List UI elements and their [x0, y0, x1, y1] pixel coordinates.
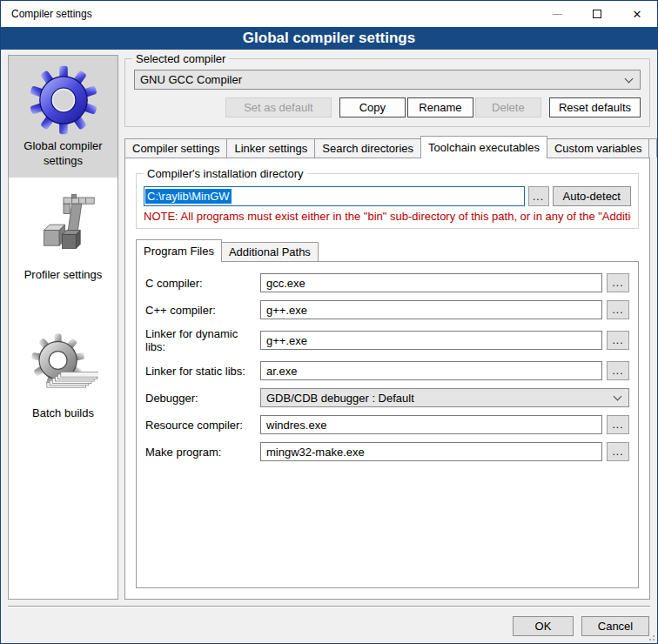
copy-button[interactable]: Copy	[339, 97, 406, 117]
debugger-label: Debugger:	[145, 392, 260, 405]
close-icon: ✕	[633, 8, 642, 21]
caliper-icon	[29, 194, 98, 264]
installation-directory-input[interactable]: C:\raylib\MinGW	[144, 186, 525, 206]
close-button[interactable]: ✕	[617, 1, 657, 27]
minimize-icon	[553, 14, 562, 15]
cpp-compiler-browse-button[interactable]: ...	[607, 300, 629, 319]
linker-static-browse-button[interactable]: ...	[607, 361, 629, 380]
field-row-debugger: Debugger: GDB/CDB debugger : Default	[145, 388, 629, 407]
resource-compiler-input[interactable]: windres.exe	[260, 415, 602, 434]
resource-compiler-label: Resource compiler:	[145, 419, 260, 432]
program-files-tab-bar: Program Files Additional Paths	[136, 239, 639, 261]
minimize-button[interactable]	[537, 1, 577, 27]
field-row-resource-compiler: Resource compiler: windres.exe ...	[145, 415, 629, 434]
cpp-compiler-label: C++ compiler:	[145, 304, 260, 317]
reset-defaults-button[interactable]: Reset defaults	[549, 97, 641, 117]
installation-directory-group: Compiler's installation directory C:\ray…	[136, 173, 639, 229]
settings-sidebar: Global compiler settings	[8, 55, 118, 600]
c-compiler-label: C compiler:	[145, 277, 260, 290]
linker-dynamic-browse-button[interactable]: ...	[607, 331, 629, 350]
gray-gear-stack-icon	[29, 332, 98, 402]
set-as-default-button: Set as default	[225, 97, 332, 117]
selected-compiler-group: Selected compiler GNU GCC Compiler Set a…	[124, 58, 650, 127]
toolchain-executables-panel: Compiler's installation directory C:\ray…	[124, 158, 650, 600]
maximize-icon	[593, 10, 601, 18]
delete-button: Delete	[475, 97, 541, 117]
field-row-cpp-compiler: C++ compiler: g++.exe ...	[145, 300, 629, 319]
dialog-body: Global compiler settings	[1, 50, 657, 643]
resize-grip[interactable]	[646, 632, 655, 641]
tab-linker-settings[interactable]: Linker settings	[226, 138, 315, 158]
compiler-buttons-row: Set as default Copy Rename Delete Reset …	[134, 97, 641, 117]
installation-directory-label: Compiler's installation directory	[144, 167, 307, 180]
tab-build-options[interactable]: Build	[648, 138, 657, 158]
resource-compiler-browse-button[interactable]: ...	[607, 415, 629, 434]
auto-detect-button[interactable]: Auto-detect	[553, 186, 632, 206]
settings-tab-bar: Compiler settings Linker settings Search…	[124, 136, 650, 158]
sidebar-item-global-compiler-settings[interactable]: Global compiler settings	[9, 56, 118, 178]
rename-button[interactable]: Rename	[407, 97, 473, 117]
tab-program-files[interactable]: Program Files	[136, 239, 222, 262]
field-row-c-compiler: C compiler: gcc.exe ...	[145, 273, 629, 292]
selected-compiler-group-label: Selected compiler	[132, 52, 229, 65]
make-program-browse-button[interactable]: ...	[607, 442, 629, 461]
dialog-footer: OK Cancel	[8, 600, 650, 636]
c-compiler-browse-button[interactable]: ...	[607, 273, 629, 292]
sidebar-item-label: Batch builds	[32, 406, 94, 421]
compiler-select[interactable]: GNU GCC Compiler	[134, 70, 641, 90]
chevron-down-icon	[614, 392, 622, 401]
tab-toolchain-executables[interactable]: Toolchain executables	[420, 136, 547, 158]
window-title: Compiler settings	[1, 8, 537, 20]
installation-directory-value: C:\raylib\MinGW	[145, 189, 232, 204]
compiler-settings-dialog: Compiler settings ✕ Global compiler sett…	[0, 0, 658, 644]
make-program-input[interactable]: mingw32-make.exe	[260, 442, 602, 461]
debugger-select-value: GDB/CDB debugger : Default	[266, 392, 414, 405]
field-row-linker-dynamic: Linker for dynamic libs: g++.exe ...	[145, 327, 629, 353]
make-program-label: Make program:	[145, 446, 260, 459]
c-compiler-input[interactable]: gcc.exe	[260, 273, 602, 292]
cpp-compiler-input[interactable]: g++.exe	[260, 300, 602, 319]
linker-static-input[interactable]: ar.exe	[260, 361, 602, 380]
chevron-down-icon	[625, 74, 634, 83]
linker-static-label: Linker for static libs:	[145, 365, 260, 378]
sidebar-item-profiler-settings[interactable]: Profiler settings	[9, 184, 118, 292]
debugger-select[interactable]: GDB/CDB debugger : Default	[260, 388, 629, 407]
installation-directory-browse-button[interactable]: ...	[528, 186, 549, 206]
ok-button[interactable]: OK	[513, 616, 574, 636]
sidebar-item-label: Profiler settings	[24, 268, 103, 283]
maximize-button[interactable]	[577, 1, 617, 27]
tab-additional-paths[interactable]: Additional Paths	[221, 242, 319, 261]
tab-search-directories[interactable]: Search directories	[314, 138, 421, 158]
sidebar-item-batch-builds[interactable]: Batch builds	[9, 323, 118, 430]
tab-custom-variables[interactable]: Custom variables	[547, 138, 649, 158]
compiler-select-value: GNU GCC Compiler	[140, 73, 242, 86]
bin-subdirectory-note: NOTE: All programs must exist either in …	[144, 210, 631, 223]
tab-compiler-settings[interactable]: Compiler settings	[124, 138, 227, 158]
blue-gear-icon	[29, 65, 98, 135]
cancel-button[interactable]: Cancel	[581, 616, 649, 636]
title-bar: Compiler settings ✕	[1, 1, 657, 27]
program-files-panel: C compiler: gcc.exe ... C++ compiler: g+…	[136, 261, 639, 588]
field-row-linker-static: Linker for static libs: ar.exe ...	[145, 361, 629, 380]
main-panel: Selected compiler GNU GCC Compiler Set a…	[124, 55, 650, 600]
linker-dynamic-label: Linker for dynamic libs:	[145, 327, 260, 353]
linker-dynamic-input[interactable]: g++.exe	[260, 331, 602, 350]
field-row-make-program: Make program: mingw32-make.exe ...	[145, 442, 629, 461]
page-title: Global compiler settings	[1, 27, 657, 50]
sidebar-item-label: Global compiler settings	[11, 139, 115, 169]
window-controls: ✕	[537, 1, 657, 27]
